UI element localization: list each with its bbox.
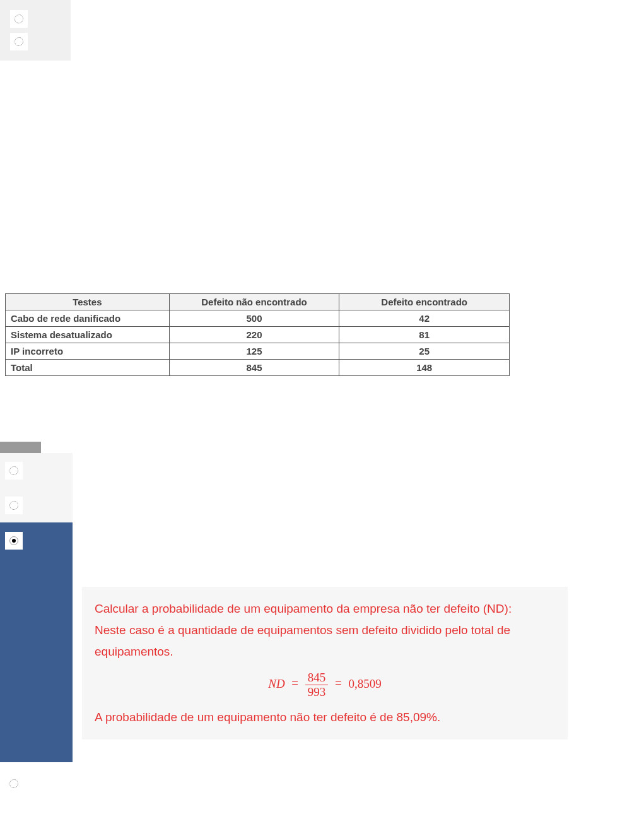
header-encontrado: Defeito encontrado — [339, 294, 510, 310]
cell-test-name: Cabo de rede danificado — [6, 310, 170, 327]
radio-option-2[interactable] — [10, 33, 28, 50]
radio-icon — [15, 15, 23, 23]
cell-not-found: 500 — [169, 310, 339, 327]
radio-icon — [9, 779, 18, 788]
cell-not-found: 220 — [169, 327, 339, 343]
formula-lhs: ND — [268, 676, 284, 690]
radio-option-b[interactable] — [0, 488, 73, 522]
defects-table: Testes Defeito não encontrado Defeito en… — [5, 293, 510, 376]
formula: ND = 845 993 = 0,8509 — [95, 663, 555, 707]
top-radio-group — [0, 0, 71, 61]
table-header-row: Testes Defeito não encontrado Defeito en… — [6, 294, 510, 310]
explanation-line-2: Neste caso é a quantidade de equipamento… — [95, 620, 555, 663]
fraction: 845 993 — [305, 671, 329, 699]
cell-test-name: Sistema desatualizado — [6, 327, 170, 343]
header-nao-encontrado: Defeito não encontrado — [169, 294, 339, 310]
bottom-radio-group — [0, 453, 73, 762]
cell-not-found: 125 — [169, 343, 339, 360]
cell-found: 42 — [339, 310, 510, 327]
radio-option-d[interactable] — [0, 770, 71, 798]
numerator: 845 — [305, 671, 329, 685]
explanation-panel: Calcular a probabilidade de um equipamen… — [82, 587, 568, 739]
denominator: 993 — [305, 685, 329, 699]
formula-result: 0,8509 — [349, 676, 382, 690]
table-row: Sistema desatualizado 220 81 — [6, 327, 510, 343]
explanation-line-1: Calcular a probabilidade de um equipamen… — [95, 598, 555, 620]
equals-sign: = — [335, 676, 342, 690]
header-testes: Testes — [6, 294, 170, 310]
cell-total-not-found: 845 — [169, 360, 339, 376]
cell-test-name: IP incorreto — [6, 343, 170, 360]
cell-found: 25 — [339, 343, 510, 360]
radio-option-c-selected[interactable] — [0, 522, 73, 762]
table-row: Cabo de rede danificado 500 42 — [6, 310, 510, 327]
radio-option-a[interactable] — [0, 453, 73, 488]
radio-icon — [15, 37, 23, 46]
radio-selected-icon — [9, 536, 18, 545]
table-row-total: Total 845 148 — [6, 360, 510, 376]
table-row: IP incorreto 125 25 — [6, 343, 510, 360]
radio-icon — [9, 466, 18, 475]
gray-divider — [0, 442, 41, 453]
cell-found: 81 — [339, 327, 510, 343]
explanation-conclusion: A probabilidade de um equipamento não te… — [95, 707, 555, 728]
equals-sign: = — [291, 676, 298, 690]
cell-total-label: Total — [6, 360, 170, 376]
radio-option-1[interactable] — [10, 10, 28, 28]
cell-total-found: 148 — [339, 360, 510, 376]
radio-icon — [9, 501, 18, 510]
